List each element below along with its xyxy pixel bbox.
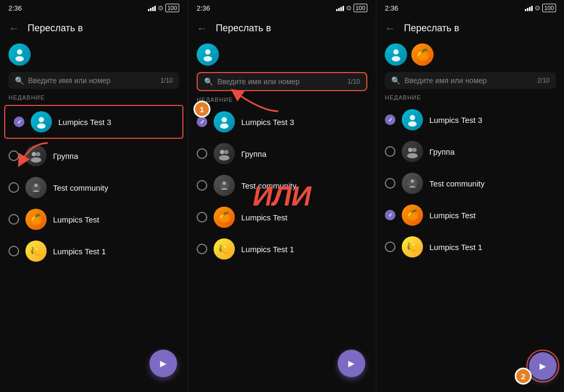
selected-avatars-1: [0, 41, 188, 70]
contact-list-1: Lumpics Test 3 Группа Test community: [0, 104, 188, 392]
selected-avatars-2: [188, 41, 376, 70]
contact-name-2-5: Lumpics Test 1: [241, 245, 367, 254]
svg-point-23: [412, 148, 417, 152]
contact-item-3-4[interactable]: 🍊 Lumpics Test: [376, 199, 564, 231]
svg-point-1: [15, 56, 24, 61]
section-label-2: НЕДАВНИЕ: [188, 94, 376, 106]
radio-2-5[interactable]: [197, 244, 207, 254]
battery-icon-3: 100: [542, 4, 556, 12]
panel-1: 2:36 ⊙ 100 ← Переслать в: [0, 0, 188, 392]
send-icon-1: ►: [158, 358, 169, 370]
contact-name-2-4: Lumpics Test: [241, 213, 367, 222]
svg-point-6: [31, 157, 41, 163]
status-bar-1: 2:36 ⊙ 100: [0, 0, 188, 15]
back-button-1[interactable]: ←: [8, 22, 19, 34]
contact-name-1-3: Test community: [53, 183, 179, 192]
svg-point-12: [220, 123, 228, 129]
radio-2-3[interactable]: [197, 180, 207, 191]
radio-3-3[interactable]: [385, 178, 395, 189]
contact-list-3: Lumpics Test 3 Группа Test community 🍊: [376, 104, 564, 392]
search-bar-3[interactable]: 🔍 Введите имя или номер 2/10: [385, 72, 556, 89]
contact-item-3-3[interactable]: Test community: [376, 167, 564, 199]
svg-point-10: [204, 56, 212, 61]
svg-point-9: [205, 49, 210, 55]
battery-icon-1: 100: [165, 4, 179, 12]
contact-item-2-3[interactable]: Test community: [188, 170, 376, 201]
send-icon-2: ►: [346, 358, 357, 370]
toolbar-3: ← Переслать в: [376, 15, 564, 41]
contact-avatar-2-3: [214, 175, 235, 196]
contact-item-2-4[interactable]: 🍊 Lumpics Test: [188, 201, 376, 233]
radio-1-3[interactable]: [8, 182, 19, 193]
contact-item-3-2[interactable]: Группа: [376, 136, 564, 167]
back-button-3[interactable]: ←: [385, 22, 395, 34]
status-icons-1: ⊙ 100: [148, 4, 179, 12]
radio-1-1[interactable]: [14, 117, 24, 127]
radio-2-2[interactable]: [197, 148, 207, 159]
svg-point-13: [220, 150, 224, 154]
contact-item-1-5[interactable]: 🍋 Lumpics Test 1: [0, 235, 188, 267]
contact-item-1-2[interactable]: Группа: [0, 140, 188, 172]
contact-item-1-4[interactable]: 🍊 Lumpics Test: [0, 203, 188, 235]
svg-point-15: [219, 155, 230, 161]
contact-item-2-1[interactable]: Lumpics Test 3: [188, 106, 376, 138]
section-label-3: НЕДАВНИЕ: [376, 92, 564, 104]
toolbar-2: ← Переслать в: [188, 15, 376, 41]
search-counter-3: 2/10: [537, 77, 550, 84]
send-icon-3: ►: [537, 360, 548, 372]
search-bar-1[interactable]: 🔍 Введите имя или номер 1/10: [8, 72, 179, 89]
contact-item-2-2[interactable]: Группа: [188, 138, 376, 170]
contact-item-3-5[interactable]: 🍋 Lumpics Test 1: [376, 231, 564, 263]
back-button-2[interactable]: ←: [197, 22, 207, 34]
radio-3-2[interactable]: [385, 146, 395, 157]
selected-avatar-cyan-1: [8, 43, 31, 66]
search-icon-3: 🔍: [391, 76, 400, 85]
send-fab-1[interactable]: ►: [149, 350, 177, 377]
svg-point-3: [37, 123, 46, 129]
radio-3-4[interactable]: [385, 210, 395, 220]
contact-item-2-5[interactable]: 🍋 Lumpics Test 1: [188, 233, 376, 265]
contact-name-1-2: Группа: [53, 152, 179, 161]
radio-1-4[interactable]: [8, 214, 19, 225]
svg-point-5: [36, 152, 40, 156]
wifi-icon-3: ⊙: [535, 4, 540, 12]
send-fab-3[interactable]: ►: [529, 352, 557, 380]
search-icon-1: 🔍: [15, 76, 24, 85]
status-bar-3: 2:36 ⊙ 100: [376, 0, 564, 15]
svg-point-14: [224, 150, 228, 154]
radio-2-1[interactable]: [197, 117, 207, 127]
search-placeholder-2: Введите имя или номер: [217, 77, 343, 86]
main-container: 2:36 ⊙ 100 ← Переслать в: [0, 0, 564, 392]
svg-point-18: [393, 49, 399, 55]
contact-item-1-1[interactable]: Lumpics Test 3: [4, 105, 183, 139]
svg-point-0: [17, 49, 22, 55]
contact-avatar-1-5: 🍋: [25, 240, 47, 262]
wifi-icon-1: ⊙: [158, 4, 163, 12]
contact-list-2: Lumpics Test 3 Группа Test community 🍊: [188, 106, 376, 392]
panel-2: 2:36 ⊙ 100 ← Переслать в: [188, 0, 376, 392]
contact-item-1-3[interactable]: Test community: [0, 172, 188, 203]
status-time-1: 2:36: [8, 4, 22, 12]
radio-2-4[interactable]: [197, 212, 207, 222]
status-icons-3: ⊙ 100: [525, 4, 556, 12]
radio-3-1[interactable]: [385, 114, 395, 125]
send-fab-2[interactable]: ►: [338, 350, 365, 377]
selected-avatar-orange-3: 🍊: [411, 43, 434, 66]
contact-name-2-3: Test community: [241, 181, 367, 190]
radio-1-5[interactable]: [8, 246, 19, 256]
step-badge-2: 2: [515, 368, 532, 385]
status-time-3: 2:36: [385, 4, 398, 12]
radio-3-5[interactable]: [385, 242, 395, 252]
svg-point-2: [39, 117, 44, 122]
search-placeholder-3: Введите имя или номер: [404, 76, 533, 85]
search-placeholder-1: Введите имя или номер: [28, 76, 156, 85]
contact-item-3-1[interactable]: Lumpics Test 3: [376, 104, 564, 136]
radio-1-2[interactable]: [8, 150, 19, 161]
svg-point-19: [392, 56, 400, 61]
svg-point-11: [222, 117, 227, 122]
contact-avatar-1-4: 🍊: [25, 209, 47, 230]
status-icons-2: ⊙ 100: [336, 4, 367, 12]
contact-avatar-1-1: [31, 111, 52, 132]
search-bar-2[interactable]: 🔍 Введите имя или номер 1/10: [197, 72, 367, 91]
signal-icon-3: [525, 5, 533, 11]
